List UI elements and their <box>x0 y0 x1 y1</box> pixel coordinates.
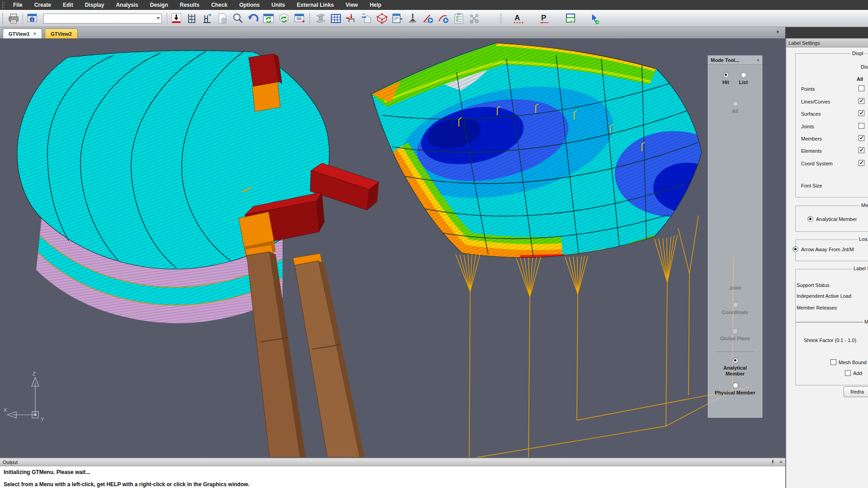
display-group-label: Displ <box>851 51 864 56</box>
info-window-icon[interactable] <box>24 11 40 26</box>
physical-member-radio[interactable] <box>732 382 738 388</box>
download-icon[interactable] <box>169 11 184 26</box>
member-group-label: Mer <box>860 202 868 208</box>
report-window-icon[interactable] <box>390 11 405 26</box>
select-cursor-icon[interactable] <box>586 11 602 26</box>
close-icon[interactable]: × <box>779 459 783 465</box>
lines-curves-checkbox[interactable] <box>859 98 864 104</box>
table-grid-icon[interactable] <box>328 11 344 26</box>
menu-results[interactable]: Results <box>174 2 205 8</box>
members-checkbox[interactable] <box>859 135 864 141</box>
mode-tool-title: Mode Tool... <box>711 57 739 63</box>
label-points-icon[interactable]: A <box>510 11 526 26</box>
undo-icon[interactable] <box>245 11 261 26</box>
node-diagram-icon[interactable] <box>467 11 482 26</box>
analytical-member-radio[interactable] <box>732 357 738 363</box>
rotate-angle-icon[interactable] <box>420 11 436 26</box>
mode-tool-panel: Mode Tool... × Hit List All <box>708 55 763 418</box>
printer-icon[interactable] <box>6 11 21 26</box>
axis-y-label: Y <box>41 417 44 422</box>
wind-load-icon[interactable] <box>359 11 374 26</box>
menu-help[interactable]: Help <box>364 2 387 8</box>
right-model-contour[interactable] <box>366 38 750 457</box>
steel-beam-icon[interactable] <box>313 11 328 26</box>
label-settings-title[interactable]: Label Settings <box>786 38 868 47</box>
elements-checkbox[interactable] <box>859 147 864 153</box>
menu-units[interactable]: Units <box>265 2 291 8</box>
list-radio[interactable] <box>741 72 746 78</box>
menu-display[interactable]: Display <box>79 2 110 8</box>
mode-option-list[interactable]: List <box>739 72 748 85</box>
mode-option-physical-member[interactable]: Physical Member <box>715 382 755 396</box>
checklist-icon[interactable] <box>451 11 467 26</box>
close-icon[interactable]: × <box>757 57 760 63</box>
pin-icon[interactable] <box>771 460 775 464</box>
mode-option-coordinate: Coordinate <box>722 302 748 315</box>
tab-close-icon[interactable]: × <box>33 31 36 37</box>
coord-system-checkbox[interactable] <box>859 160 864 166</box>
window-import-icon[interactable] <box>292 11 307 26</box>
support-icon[interactable] <box>405 11 420 26</box>
toolbar-grip[interactable] <box>2 13 4 24</box>
mode-option-analytical-member[interactable]: Analytical Member <box>715 357 755 377</box>
tab-gtview1[interactable]: GTView1 × <box>3 28 42 38</box>
menu-bar: File Create Edit Display Analysis Design… <box>0 0 868 10</box>
rotate-arc-icon[interactable] <box>436 11 451 26</box>
mode-option-global-plane: Global Plane <box>720 328 750 342</box>
command-combobox[interactable] <box>43 14 162 23</box>
mode-option-all: All <box>732 101 738 114</box>
menu-create[interactable]: Create <box>28 2 57 8</box>
refresh-solid-icon[interactable] <box>276 11 292 26</box>
independent-active-load-label: Independent Active Load <box>797 293 851 299</box>
redraw-button[interactable]: Redra <box>844 386 868 397</box>
menu-check[interactable]: Check <box>205 2 233 8</box>
document-gear-icon[interactable] <box>215 11 230 26</box>
all-column-label: All <box>857 76 863 82</box>
mode-tool-titlebar[interactable]: Mode Tool... × <box>708 56 762 65</box>
surfaces-checkbox[interactable] <box>859 110 864 116</box>
global-plane-radio <box>732 328 738 334</box>
support-status-label: Support Status <box>797 282 830 288</box>
menu-file[interactable]: File <box>7 2 28 8</box>
member-load-icon[interactable] <box>344 11 359 26</box>
row-lines-label: Lines/Curves <box>801 99 830 104</box>
toolbar-grip[interactable] <box>2 1 5 9</box>
refresh-view-icon[interactable] <box>261 11 276 26</box>
menu-design[interactable]: Design <box>144 2 174 8</box>
menu-edit[interactable]: Edit <box>57 2 79 8</box>
row-elements-label: Elements <box>801 148 822 154</box>
menu-options[interactable]: Options <box>233 2 265 8</box>
frame-elevation-icon[interactable] <box>184 11 199 26</box>
points-checkbox[interactable] <box>859 85 864 91</box>
menu-external-links[interactable]: External Links <box>291 2 340 8</box>
graphics-viewport[interactable]: Z X Y Mode Tool... × Hit List <box>0 38 785 457</box>
tab-overflow-icon[interactable]: ▼ <box>776 30 780 34</box>
tab-gtview2[interactable]: GTView2 <box>45 28 77 38</box>
frame-section-icon[interactable] <box>199 11 215 26</box>
hit-radio[interactable] <box>723 72 729 78</box>
add-checkbox[interactable] <box>845 370 851 376</box>
toolbar-grip[interactable] <box>309 13 311 24</box>
combobox-arrow-icon[interactable] <box>156 17 160 19</box>
output-header[interactable]: Output × <box>0 458 785 466</box>
mode-option-hit[interactable]: Hit <box>722 72 729 85</box>
add-label: Add <box>853 371 862 376</box>
tab-gtview1-label: GTView1 <box>9 31 29 37</box>
zoom-icon[interactable] <box>230 11 245 26</box>
mesh-group <box>795 322 868 385</box>
all-radio <box>732 101 738 107</box>
space-frame-icon[interactable] <box>374 11 390 26</box>
menu-view[interactable]: View <box>340 2 364 8</box>
axis-x-label: X <box>4 407 7 413</box>
toolbar-grip[interactable] <box>500 13 502 24</box>
left-model-grandstand[interactable] <box>17 51 379 457</box>
menu-analysis[interactable]: Analysis <box>110 2 144 8</box>
label-loads-icon[interactable]: P <box>537 11 552 26</box>
tab-gtview2-label: GTView2 <box>51 31 71 37</box>
joints-checkbox[interactable] <box>859 123 864 129</box>
arrow-away-radio[interactable] <box>793 246 798 252</box>
mesh-boundaries-checkbox[interactable] <box>830 359 836 365</box>
label-p-glyph: P <box>541 14 546 22</box>
analytical-member-radio[interactable] <box>807 216 813 222</box>
layers-icon[interactable] <box>563 11 578 26</box>
